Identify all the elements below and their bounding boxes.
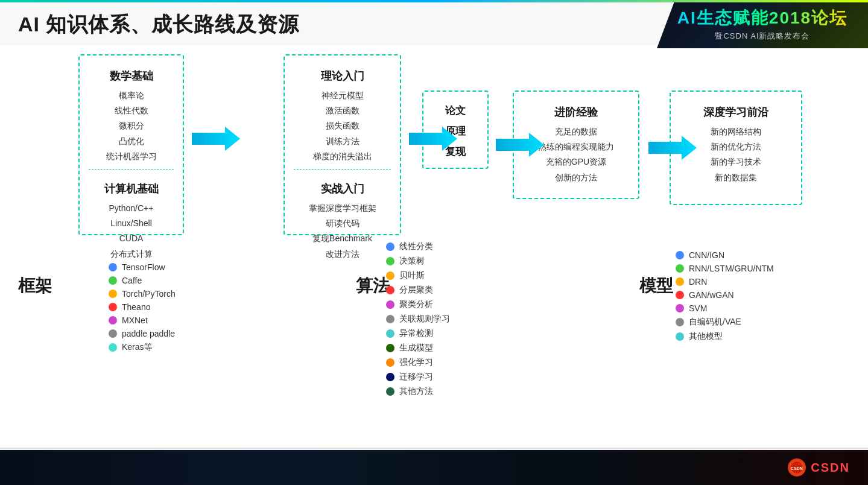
frameworks-label: 框架 [18,274,52,297]
theory-box: 理论入门 神经元模型 激活函数 损失函数 训练方法 梯度的消失溢出 实战入门 掌… [284,54,401,235]
top-bar [0,0,868,2]
model-item: 自编码机/VAE [676,317,774,328]
advanced-header: 进阶经验 [523,98,629,119]
math-item-3: 微积分 [89,118,174,133]
computer-item-3: CUDA [89,231,174,246]
algorithm-item: 决策树 [386,256,450,267]
math-item-2: 线性代数 [89,103,174,118]
model-dot [676,251,684,259]
framework-item: Caffe [109,276,176,285]
framework-dot [109,303,117,311]
algorithm-dot [386,387,394,396]
model-dot [676,304,684,312]
arrow-2 [409,124,457,156]
csdn-branding: CSDN CSDN [788,458,850,477]
algorithm-name: 异常检测 [399,328,433,339]
framework-dot [109,343,117,352]
model-item: SVM [676,303,774,313]
model-item: 其他模型 [676,331,774,342]
practical-item-3: 复现Benchmark [294,231,391,246]
computer-item-2: Linux/Shell [89,216,174,231]
algorithm-dot [386,358,394,367]
algorithm-item: 其他方法 [386,386,450,397]
frameworks-list: TensorFlowCaffeTorch/PyTorchTheanoMXNetp… [109,262,176,357]
math-item-5: 统计机器学习 [89,149,174,164]
model-dot [676,277,684,286]
framework-item: Torch/PyTorch [109,289,176,299]
algorithms-list: 线性分类决策树贝叶斯分层聚类聚类分析关联规则学习异常检测生成模型强化学习迁移学习… [386,241,450,401]
box-divider-1 [89,169,174,170]
practical-item-2: 研读代码 [294,216,391,231]
svg-text:CSDN: CSDN [791,466,803,471]
algorithm-name: 线性分类 [399,241,433,252]
framework-item: Keras等 [109,342,176,353]
model-item: DRN [676,277,774,287]
practical-item-1: 掌握深度学习框架 [294,201,391,216]
computer-header: 计算机基础 [89,174,174,196]
svg-marker-0 [192,127,240,151]
advanced-item-4: 创新的方法 [523,170,629,185]
framework-name: TensorFlow [122,262,165,272]
algorithm-item: 异常检测 [386,328,450,339]
practical-item-4: 改进方法 [294,247,391,262]
practical-header: 实战入门 [294,174,391,196]
algorithm-name: 聚类分析 [399,299,433,310]
framework-dot [109,276,117,285]
model-name: RNN/LSTM/GRU/NTM [689,264,774,273]
diagram-area: 数学基础 概率论 线性代数 微积分 凸优化 统计机器学习 计算机基础 Pytho… [0,45,868,449]
framework-dot [109,329,117,338]
deep-header: 深度学习前沿 [680,98,792,119]
arrow-4 [648,133,697,165]
theory-item-1: 神经元模型 [294,88,391,103]
framework-dot [109,263,117,271]
math-item-4: 凸优化 [89,134,174,149]
model-name: CNN/IGN [689,250,724,260]
algorithm-dot [386,271,394,280]
framework-name: Theano [122,302,150,312]
computer-item-4: 分布式计算 [89,247,174,262]
framework-name: Caffe [122,276,142,285]
algorithm-dot [386,286,394,294]
algorithm-name: 强化学习 [399,357,433,368]
model-item: CNN/IGN [676,250,774,260]
theory-items: 神经元模型 激活函数 损失函数 训练方法 梯度的消失溢出 [294,88,391,164]
model-name: SVM [689,303,707,313]
model-dot [676,332,684,341]
math-header: 数学基础 [89,62,174,83]
theory-item-5: 梯度的消失溢出 [294,149,391,164]
computer-item-1: Python/C++ [89,201,174,216]
model-item: RNN/LSTM/GRU/NTM [676,264,774,273]
algorithm-name: 贝叶斯 [399,270,425,281]
algorithm-name: 生成模型 [399,343,433,353]
framework-name: Keras等 [122,342,153,353]
algorithm-name: 其他方法 [399,386,433,397]
algorithm-item: 生成模型 [386,343,450,353]
math-items: 概率论 线性代数 微积分 凸优化 统计机器学习 [89,88,174,164]
framework-dot [109,290,117,298]
model-dot [676,264,684,273]
algorithm-name: 分层聚类 [399,285,433,296]
model-dot [676,318,684,326]
framework-name: paddle paddle [122,329,175,338]
framework-item: TensorFlow [109,262,176,272]
theory-header: 理论入门 [294,62,391,83]
theory-item-4: 训练方法 [294,134,391,149]
models-list: CNN/IGNRNN/LSTM/GRU/NTMDRNGAN/wGANSVM自编码… [676,250,774,346]
algorithm-name: 迁移学习 [399,372,433,382]
algorithms-label: 算法 [356,274,390,297]
algorithm-name: 关联规则学习 [399,314,450,325]
logo-area: AI生态赋能2018论坛 暨CSDN AI新战略发布会 [657,0,868,48]
algorithm-item: 聚类分析 [386,299,450,310]
algorithm-item: 分层聚类 [386,285,450,296]
algorithm-item: 关联规则学习 [386,314,450,325]
separator-line [0,448,868,449]
framework-item: MXNet [109,315,176,325]
math-box: 数学基础 概率论 线性代数 微积分 凸优化 统计机器学习 计算机基础 Pytho… [78,54,184,235]
algorithm-dot [386,329,394,338]
csdn-icon: CSDN [788,458,806,477]
math-item-1: 概率论 [89,88,174,103]
algorithm-dot [386,300,394,309]
framework-item: paddle paddle [109,329,176,338]
svg-marker-2 [496,133,544,157]
model-dot [676,291,684,299]
